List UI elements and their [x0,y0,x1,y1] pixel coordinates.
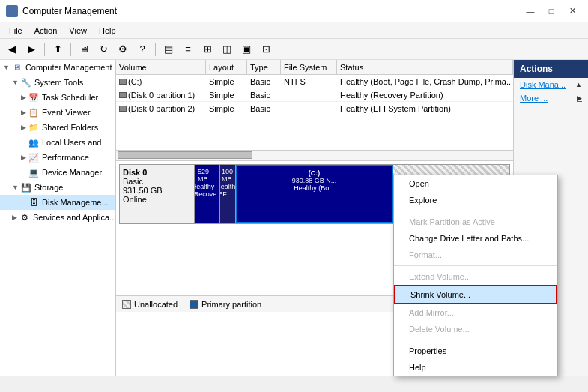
local-users-icon: 👥 [28,136,40,148]
actions-item-more[interactable]: More ... ▶ [514,91,588,105]
back-button[interactable]: ◀ [3,41,21,58]
cell-status-1: Healthy (Recovery Partition) [337,88,513,101]
ctx-sep-3 [394,340,557,340]
col-volume[interactable]: Volume [116,60,206,74]
sidebar-label-event-viewer: Event Viewer [42,108,91,117]
sidebar-item-services[interactable]: ▶ ⚙ Services and Applica... [0,210,115,225]
ctx-change-letter[interactable]: Change Drive Letter and Paths... [394,230,557,247]
legend-label-unallocated: Unallocated [134,300,178,309]
storage-icon: 💾 [20,181,32,193]
legend-primary: Primary partition [190,300,261,309]
more-arrow-icon: ▶ [577,94,582,102]
disk-partition-0[interactable]: 529 MB Healthy (Recove... [195,165,220,223]
expand-icon: ▲ [575,81,582,88]
system-tools-icon: 🔧 [20,76,32,88]
col-type[interactable]: Type [247,60,281,74]
disk-partition-2[interactable]: (C:) 930.88 GB N... Healthy (Bo... [236,165,393,223]
col-status[interactable]: Status [337,60,513,74]
menu-file[interactable]: File [3,25,28,37]
properties-button[interactable]: ⚙ [114,41,132,58]
disk-size: 931.50 GB [123,186,191,195]
table-header: Volume Layout Type File System Status [116,60,513,75]
legend-label-primary: Primary partition [201,300,261,309]
sidebar-label-local-users: Local Users and [42,138,102,147]
sidebar-item-performance[interactable]: ▶ 📈 Performance [0,150,115,165]
sidebar-item-event-viewer[interactable]: ▶ 📋 Event Viewer [0,105,115,120]
h-scrollbar[interactable] [116,150,513,160]
device-manager-icon: 💻 [28,166,40,178]
legend-box-unallocated [122,300,131,309]
toolbar-btn-8[interactable]: ◫ [218,41,236,58]
table-body: (C:) Simple Basic NTFS Healthy (Boot, Pa… [116,75,513,150]
col-filesystem[interactable]: File System [281,60,337,74]
legend-unallocated: Unallocated [122,300,178,309]
ctx-delete-volume: Delete Volume... [394,321,557,337]
ctx-sep-2 [394,265,557,266]
disk-type: Basic [123,177,191,186]
actions-item-label-0: Disk Mana... [520,80,566,89]
shared-folders-icon: 📁 [28,121,40,133]
ctx-properties[interactable]: Properties [394,343,557,359]
minimize-button[interactable]: — [521,4,540,19]
computer-icon: 🖥 [11,61,23,73]
ctx-open[interactable]: Open [394,175,557,192]
title-text: Computer Management [22,6,117,16]
event-viewer-icon: 📋 [28,106,40,118]
sidebar-item-computer-mgmt[interactable]: ▼ 🖥 Computer Management [0,60,115,75]
menu-action[interactable]: Action [28,25,64,37]
sidebar-item-local-users[interactable]: ▶ 👥 Local Users and [0,135,115,150]
cell-fs-0: NTFS [281,75,337,88]
part-label-2: (C:) [309,169,321,177]
sidebar-label-storage: Storage [34,183,64,192]
toolbar-btn-9[interactable]: ▣ [237,41,255,58]
toolbar-btn-7[interactable]: ⊞ [198,41,216,58]
toolbar-btn-6[interactable]: ≡ [179,41,197,58]
table-row[interactable]: (Disk 0 partition 1) Simple Basic Health… [116,88,513,102]
title-bar: Computer Management — □ ✕ [0,0,588,22]
part-label-1: 100 MB [222,168,233,183]
sidebar-item-system-tools[interactable]: ▼ 🔧 System Tools [0,75,115,90]
menu-view[interactable]: View [63,25,93,37]
col-layout[interactable]: Layout [206,60,247,74]
sidebar-label-services: Services and Applica... [33,213,115,222]
show-hide-button[interactable]: 🖥 [75,41,93,58]
sidebar-item-task-scheduler[interactable]: ▶ 📅 Task Scheduler [0,90,115,105]
sidebar-label-system-tools: System Tools [34,78,83,87]
ctx-shrink[interactable]: Shrink Volume... [394,285,557,304]
part-label-0: 529 MB [198,168,216,183]
menu-help[interactable]: Help [93,25,122,37]
cell-status-2: Healthy (EFI System Partition) [337,102,513,115]
refresh-button[interactable]: ↻ [94,41,112,58]
disk-name: Disk 0 [123,168,191,177]
sidebar-label-task-scheduler: Task Scheduler [42,93,98,102]
sidebar-item-storage[interactable]: ▼ 💾 Storage [0,180,115,195]
table-row[interactable]: (Disk 0 partition 2) Simple Basic Health… [116,102,513,115]
cell-layout-2: Simple [206,102,247,115]
sidebar-label-shared-folders: Shared Folders [42,123,98,132]
cell-type-1: Basic [247,88,281,101]
sidebar-item-shared-folders[interactable]: ▶ 📁 Shared Folders [0,120,115,135]
ctx-explore[interactable]: Explore [394,192,557,208]
sidebar-item-disk-management[interactable]: ▶ 🗄 Disk Manageme... [0,195,115,210]
sidebar-label-device-manager: Device Manager [42,168,102,177]
sidebar-item-device-manager[interactable]: ▶ 💻 Device Manager [0,165,115,180]
ctx-format: Format... [394,247,557,263]
sidebar-label-disk-management: Disk Manageme... [42,198,109,207]
task-scheduler-icon: 📅 [28,91,40,103]
forward-button[interactable]: ▶ [22,41,40,58]
sidebar: ▼ 🖥 Computer Management ▼ 🔧 System Tools… [0,60,116,376]
table-row[interactable]: (C:) Simple Basic NTFS Healthy (Boot, Pa… [116,75,513,88]
toolbar-btn-10[interactable]: ⊡ [257,41,275,58]
legend-box-primary [190,300,198,309]
disk-partition-1[interactable]: 100 MB Healthy (EF... [220,165,236,223]
actions-item-disk-mgmt[interactable]: Disk Mana... ▲ [514,78,588,91]
ctx-add-mirror: Add Mirror... [394,304,557,321]
cell-fs-1 [281,88,337,101]
toolbar: ◀ ▶ ⬆ 🖥 ↻ ⚙ ? ▤ ≡ ⊞ ◫ ▣ ⊡ [0,39,588,60]
up-button[interactable]: ⬆ [49,41,67,58]
help-button[interactable]: ? [133,41,151,58]
maximize-button[interactable]: □ [542,4,561,19]
close-button[interactable]: ✕ [563,4,582,19]
toolbar-btn-5[interactable]: ▤ [160,41,178,58]
ctx-help[interactable]: Help [394,359,557,376]
